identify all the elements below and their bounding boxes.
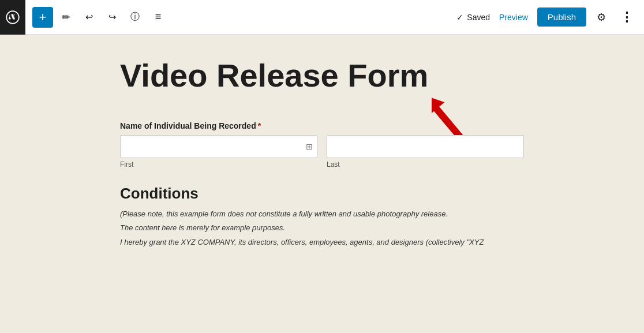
undo-icon: ↩ bbox=[85, 12, 93, 23]
name-field-section: Name of Individual Being Recorded* ⊞ Fir… bbox=[120, 121, 524, 169]
toolbar-right: ✓ Saved Preview Publish ⚙ ⋮ bbox=[456, 7, 637, 28]
more-options-icon: ⋮ bbox=[620, 10, 633, 25]
first-name-wrap: ⊞ bbox=[120, 135, 317, 158]
conditions-text: (Please note, this example form does not… bbox=[120, 208, 524, 249]
undo-button[interactable]: ↩ bbox=[78, 7, 99, 28]
page-content: Video Release Form Name of Individual Be… bbox=[120, 58, 524, 249]
publish-button[interactable]: Publish bbox=[537, 8, 586, 27]
saved-label-text: Saved bbox=[467, 13, 490, 22]
settings-button[interactable]: ⚙ bbox=[591, 7, 612, 28]
conditions-line-1: (Please note, this example form does not… bbox=[120, 208, 524, 220]
last-name-wrap bbox=[327, 135, 524, 158]
name-inputs: ⊞ bbox=[120, 135, 524, 158]
required-indicator: * bbox=[258, 121, 261, 130]
sub-labels: First Last bbox=[120, 160, 524, 169]
list-icon: ≡ bbox=[155, 11, 162, 23]
first-name-input[interactable] bbox=[120, 135, 317, 158]
edit-button[interactable]: ✏ bbox=[55, 7, 76, 28]
last-label: Last bbox=[327, 160, 524, 169]
redo-icon: ↪ bbox=[108, 12, 116, 23]
last-name-input[interactable] bbox=[327, 135, 524, 158]
add-block-button[interactable]: + bbox=[32, 7, 53, 28]
name-field-label: Name of Individual Being Recorded* bbox=[120, 121, 524, 130]
content-area: Video Release Form Name of Individual Be… bbox=[0, 35, 644, 333]
conditions-heading: Conditions bbox=[120, 185, 524, 203]
first-label: First bbox=[120, 160, 317, 169]
list-view-button[interactable]: ≡ bbox=[148, 7, 169, 28]
edit-icon: ✏ bbox=[62, 11, 70, 24]
wordpress-logo bbox=[0, 0, 25, 35]
more-options-button[interactable]: ⋮ bbox=[616, 7, 637, 28]
saved-status: ✓ Saved bbox=[456, 13, 490, 22]
input-icon: ⊞ bbox=[306, 142, 313, 151]
check-icon: ✓ bbox=[456, 13, 463, 22]
preview-button[interactable]: Preview bbox=[495, 9, 533, 25]
conditions-line-2: The content here is merely for example p… bbox=[120, 222, 524, 234]
page-title: Video Release Form bbox=[120, 58, 524, 93]
info-icon: ⓘ bbox=[130, 11, 140, 23]
gear-icon: ⚙ bbox=[597, 11, 606, 24]
info-button[interactable]: ⓘ bbox=[125, 7, 145, 28]
redo-button[interactable]: ↪ bbox=[102, 7, 122, 28]
conditions-line-3: I hereby grant the XYZ COMPANY, its dire… bbox=[120, 237, 524, 249]
toolbar: + ✏ ↩ ↪ ⓘ ≡ ✓ Saved Preview Publish ⚙ ⋮ bbox=[0, 0, 644, 35]
